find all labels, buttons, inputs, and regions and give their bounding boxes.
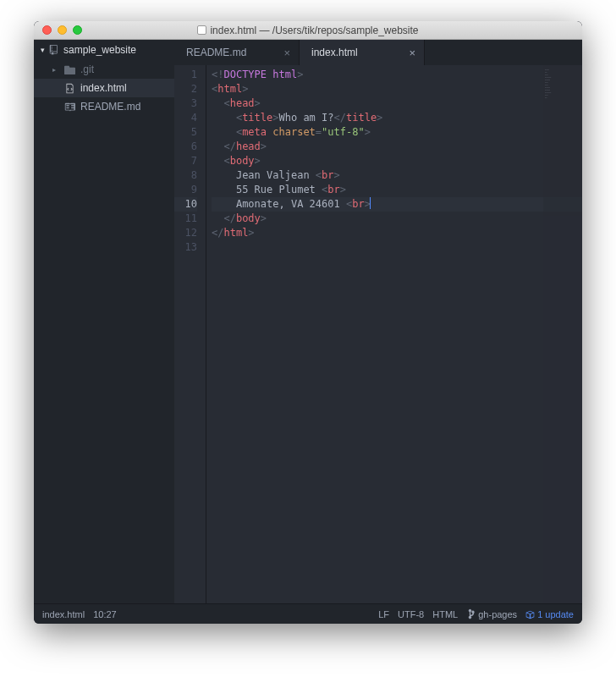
editor-window: index.html — /Users/tik/repos/sample_web… [34, 21, 582, 624]
repo-icon [49, 45, 59, 55]
tab-bar: README.md × index.html × [174, 40, 582, 65]
line-number[interactable]: 12 [174, 226, 197, 240]
status-left: index.html 10:27 [42, 609, 117, 619]
line-number[interactable]: 7 [174, 154, 197, 168]
code-line[interactable]: <head> [212, 96, 582, 111]
status-git-branch[interactable]: gh-pages [466, 608, 517, 619]
code-line[interactable]: </head> [212, 140, 582, 154]
tree: ▸ .git index.html README.md [34, 60, 174, 116]
tree-file-label: README.md [80, 101, 140, 113]
git-branch-icon [466, 608, 476, 619]
minimap[interactable]: ▬▬▬▬▬▬▬▬▬▬▬▬▬▬▬▬▬▬▬▬▬▬▬▬▬▬▬▬▬▬▬▬▬▬▬▬▬▬▬▬… [543, 65, 582, 603]
code-line[interactable]: <meta charset="utf-8"> [212, 125, 582, 140]
status-encoding[interactable]: UTF-8 [398, 609, 424, 619]
status-bar: index.html 10:27 LF UTF-8 HTML gh-pages … [34, 603, 582, 624]
tree-file-index[interactable]: index.html [34, 79, 174, 97]
code-line[interactable]: Jean Valjean <br> [212, 168, 582, 183]
book-icon [64, 102, 75, 113]
zoom-window-button[interactable] [73, 25, 82, 35]
line-number[interactable]: 3 [174, 96, 197, 111]
file-code-icon [64, 83, 75, 94]
package-icon [525, 610, 535, 619]
code-line[interactable]: 55 Rue Plumet <br> [212, 183, 582, 197]
chevron-down-icon: ▾ [41, 46, 45, 54]
line-number[interactable]: 10 [174, 197, 197, 212]
code-line[interactable]: <!DOCTYPE html> [212, 68, 582, 82]
close-window-button[interactable] [42, 25, 52, 35]
tree-folder-git[interactable]: ▸ .git [34, 60, 174, 79]
tab-index[interactable]: index.html × [300, 40, 425, 65]
code-line[interactable]: </body> [212, 212, 582, 226]
line-number[interactable]: 9 [174, 183, 197, 197]
close-icon[interactable]: × [283, 47, 290, 59]
tree-file-label: index.html [80, 82, 127, 94]
tab-readme[interactable]: README.md × [174, 40, 300, 65]
line-number[interactable]: 6 [174, 140, 197, 154]
code-line[interactable] [212, 240, 582, 255]
tab-label: index.html [311, 47, 358, 58]
text-cursor [370, 197, 371, 209]
code-line[interactable]: <title>Who am I?</title> [212, 111, 582, 125]
folder-icon [64, 64, 75, 75]
code-line[interactable]: <html> [212, 82, 582, 96]
project-root-label: sample_website [63, 44, 136, 56]
code-line[interactable]: Amonate, VA 24601 <br> [212, 197, 582, 212]
line-number[interactable]: 8 [174, 168, 197, 183]
minimize-window-button[interactable] [58, 25, 67, 35]
titlebar[interactable]: index.html — /Users/tik/repos/sample_web… [34, 21, 582, 40]
window-title: index.html — /Users/tik/repos/sample_web… [34, 25, 582, 36]
tab-label: README.md [186, 47, 246, 58]
status-updates[interactable]: 1 update [525, 609, 574, 619]
file-tree-sidebar[interactable]: ▾ sample_website ▸ .git index.html [34, 40, 174, 603]
project-root[interactable]: ▾ sample_website [34, 40, 174, 60]
editor-body[interactable]: 1 2 3 4 5 6 7 8 9 10 11 12 13 <!DOCTYPE … [174, 65, 582, 603]
tree-folder-label: .git [80, 63, 94, 75]
line-number[interactable]: 13 [174, 240, 197, 255]
chevron-right-icon: ▸ [52, 66, 59, 74]
code-content[interactable]: <!DOCTYPE html> <html> <head> <title>Who… [206, 65, 582, 603]
line-number[interactable]: 1 [174, 68, 197, 82]
file-icon [197, 25, 206, 35]
close-icon[interactable]: × [409, 47, 415, 59]
line-number[interactable]: 2 [174, 82, 197, 96]
editor-area: README.md × index.html × 1 2 3 4 5 6 7 [174, 40, 582, 603]
line-number-gutter[interactable]: 1 2 3 4 5 6 7 8 9 10 11 12 13 [174, 65, 206, 603]
line-number[interactable]: 4 [174, 111, 197, 125]
tree-file-readme[interactable]: README.md [34, 97, 174, 116]
status-cursor-position[interactable]: 10:27 [93, 609, 117, 619]
status-eol[interactable]: LF [378, 609, 389, 619]
line-number[interactable]: 5 [174, 125, 197, 140]
code-line[interactable]: <body> [212, 154, 582, 168]
traffic-lights [34, 25, 82, 35]
line-number[interactable]: 11 [174, 212, 197, 226]
minimap-preview: ▬▬▬▬▬▬▬▬▬▬▬▬▬▬▬▬▬▬▬▬▬▬▬▬▬▬▬▬▬▬▬▬▬▬▬▬▬▬▬▬… [545, 69, 577, 138]
status-filename[interactable]: index.html [42, 609, 85, 619]
code-line[interactable]: </html> [212, 226, 582, 240]
main-area: ▾ sample_website ▸ .git index.html [34, 40, 582, 603]
status-language[interactable]: HTML [432, 609, 458, 619]
status-right: LF UTF-8 HTML gh-pages 1 update [378, 608, 574, 619]
